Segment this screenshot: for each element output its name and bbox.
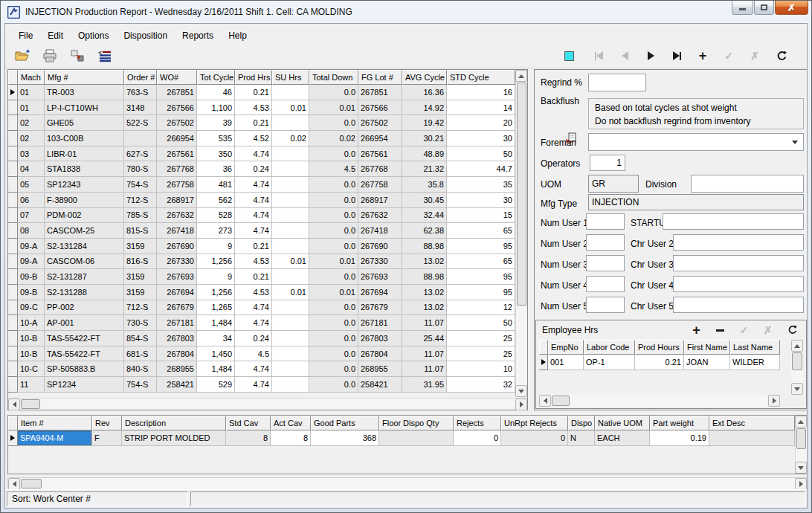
column-header-avg-cycle[interactable]: AVG Cycle <box>402 70 447 85</box>
num-user-3-input[interactable] <box>586 255 625 271</box>
cell-avg-cycle[interactable]: 11.07 <box>402 361 447 377</box>
chr-user-5-input[interactable] <box>673 297 804 313</box>
scrollbar-thumb[interactable] <box>21 399 40 409</box>
cell-wo[interactable]: 266954 <box>157 131 197 146</box>
cell-wo[interactable]: 267632 <box>157 208 197 224</box>
insert-row-button[interactable]: + <box>689 323 703 338</box>
foreman-combobox[interactable] <box>588 133 804 151</box>
record-list-icon[interactable] <box>97 48 113 63</box>
cell-mach[interactable]: 07 <box>18 208 45 224</box>
menu-item-reports[interactable]: Reports <box>175 28 221 43</box>
cell-mach[interactable]: 09-A <box>18 239 45 254</box>
cell-prod-hrs[interactable]: 0.24 <box>235 331 272 346</box>
scroll-right-button[interactable] <box>795 478 807 490</box>
cell-rejects[interactable]: 0 <box>454 430 501 446</box>
cell-order[interactable]: 854-S <box>124 331 157 346</box>
column-header-unrpt-rejects[interactable]: UnRpt Rejects <box>501 416 568 430</box>
cell-mfg[interactable]: GHE05 <box>45 115 124 131</box>
row-selector[interactable] <box>8 223 18 239</box>
column-header-rejects[interactable]: Rejects <box>454 416 501 430</box>
cell-order[interactable]: 730-S <box>124 315 157 331</box>
cell-std-cav[interactable]: 8 <box>226 430 271 446</box>
scroll-down-button[interactable] <box>795 462 807 474</box>
cell-fg-lot[interactable]: 268917 <box>358 193 402 208</box>
cell-tot-cycle[interactable]: 528 <box>197 208 235 224</box>
row-selector[interactable] <box>8 315 18 331</box>
cell-mfg[interactable]: SP12343 <box>45 177 124 193</box>
cell-mfg[interactable]: CASCOM-25 <box>45 223 124 239</box>
cell-std-cycle[interactable]: 30 <box>447 193 515 208</box>
cell-prod-hrs[interactable]: 4.52 <box>235 131 272 146</box>
row-selector[interactable] <box>8 100 18 116</box>
cell-mfg[interactable]: AP-001 <box>45 315 124 331</box>
cell-wo[interactable]: 267690 <box>157 239 197 254</box>
cell-mfg[interactable]: 103-C00B <box>45 131 124 146</box>
cell-item[interactable]: SPA9404-M <box>18 430 92 446</box>
cell-prod-hrs[interactable]: 4.74 <box>235 300 272 316</box>
minimize-button[interactable] <box>732 1 753 15</box>
regrind-input[interactable] <box>588 74 646 91</box>
cell-std-cycle[interactable]: 95 <box>447 239 515 254</box>
chevron-down-icon[interactable] <box>788 134 802 150</box>
cell-wo[interactable]: 267330 <box>157 254 197 270</box>
cell-mfg[interactable]: SP-505883.B <box>45 361 124 377</box>
cell-labor-code[interactable]: OP-1 <box>584 355 635 370</box>
scrollbar-thumb[interactable] <box>552 396 570 406</box>
cell-std-cycle[interactable]: 95 <box>447 285 515 300</box>
column-header-act-cav[interactable]: Act Cav <box>271 416 311 430</box>
cell-avg-cycle[interactable]: 13.02 <box>402 300 447 316</box>
cell-std-cycle[interactable]: 65 <box>447 223 515 239</box>
cell-total-down[interactable]: 0.0 <box>309 315 358 331</box>
cell-avg-cycle[interactable]: 31.95 <box>402 377 447 393</box>
cell-order[interactable] <box>124 131 157 146</box>
cell-avg-cycle[interactable]: 14.92 <box>402 100 447 116</box>
cell-prod-hrs[interactable]: 0.21 <box>235 269 272 285</box>
cancel-edit-button[interactable]: ✗ <box>761 323 775 338</box>
cell-wo[interactable]: 267418 <box>157 223 197 239</box>
cell-ext-desc[interactable] <box>709 430 795 446</box>
column-header-floor-dispo-qty[interactable]: Floor Dispo Qty <box>379 416 454 430</box>
row-selector[interactable] <box>8 377 18 393</box>
cell-empno[interactable]: 001 <box>548 355 584 370</box>
close-button[interactable]: ✗ <box>775 1 808 15</box>
cell-total-down[interactable]: 0.01 <box>309 254 358 270</box>
scrollbar-thumb[interactable] <box>517 83 526 306</box>
menu-item-help[interactable]: Help <box>221 28 254 43</box>
num-user-4-input[interactable] <box>586 276 625 292</box>
cell-avg-cycle[interactable]: 25.44 <box>402 331 447 346</box>
scrollbar-thumb[interactable] <box>21 479 42 488</box>
cell-tot-cycle[interactable]: 1,484 <box>197 315 235 331</box>
maximize-button[interactable] <box>754 1 774 15</box>
cell-mach[interactable]: 02 <box>18 131 45 146</box>
horizontal-scrollbar[interactable] <box>7 477 808 490</box>
cell-avg-cycle[interactable]: 62.38 <box>402 223 447 239</box>
cell-tot-cycle[interactable]: 1,256 <box>197 285 235 300</box>
cell-mach[interactable]: 02 <box>18 115 45 131</box>
cell-prod-hrs[interactable]: 4.5 <box>235 346 272 362</box>
cell-total-down[interactable]: 0.0 <box>309 300 358 316</box>
cell-prod-hrs[interactable]: 4.53 <box>235 285 272 300</box>
cell-std-cycle[interactable]: 65 <box>447 254 515 270</box>
cell-total-down[interactable]: 0.0 <box>309 361 358 377</box>
cell-avg-cycle[interactable]: 11.07 <box>402 315 447 331</box>
cell-mfg[interactable]: TAS-55422-FT <box>45 346 124 362</box>
cell-tot-cycle[interactable]: 562 <box>197 193 235 208</box>
column-header-std-cav[interactable]: Std Cav <box>226 416 271 430</box>
cell-mach[interactable]: 10-C <box>18 361 45 377</box>
cell-total-down[interactable]: 0.0 <box>309 193 358 208</box>
cell-prod-hrs[interactable]: 4.74 <box>235 208 272 224</box>
cell-wo[interactable]: 268917 <box>157 193 197 208</box>
cell-rev[interactable]: F <box>92 430 122 446</box>
cell-mach[interactable]: 06 <box>18 193 45 208</box>
cell-last-name[interactable]: WILDER <box>730 355 780 370</box>
cell-su-hrs[interactable] <box>272 193 309 208</box>
row-selector[interactable] <box>8 115 18 131</box>
cell-total-down[interactable]: 0.0 <box>309 115 358 131</box>
transfer-icon[interactable] <box>69 48 86 63</box>
cell-description[interactable]: STRIP PORT MOLDED <box>122 430 226 446</box>
cell-mfg[interactable]: CASCOM-06 <box>45 254 124 270</box>
cell-fg-lot[interactable]: 267418 <box>358 223 402 239</box>
scroll-up-button[interactable] <box>515 70 527 82</box>
cell-total-down[interactable]: 0.0 <box>309 346 358 362</box>
cell-su-hrs[interactable] <box>272 239 309 254</box>
